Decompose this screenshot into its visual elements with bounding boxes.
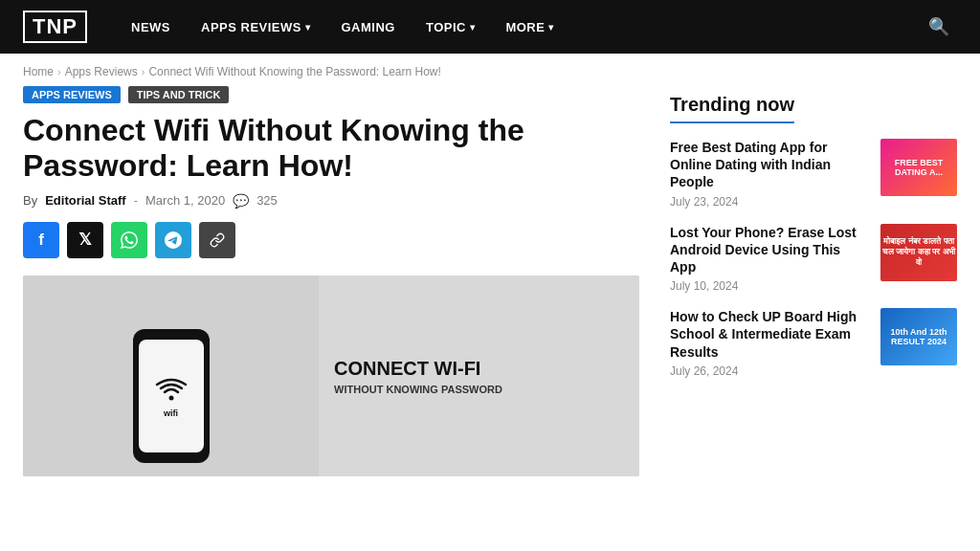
trending-item-thumbnail[interactable]: FREE BEST DATING A... bbox=[880, 139, 957, 196]
trending-item: Free Best Dating App for Online Dating w… bbox=[670, 139, 957, 209]
nav-news[interactable]: NEWS bbox=[118, 0, 184, 54]
trending-item-title[interactable]: Lost Your Phone? Erase Lost Android Devi… bbox=[670, 224, 869, 276]
share-whatsapp-button[interactable] bbox=[111, 222, 147, 258]
chevron-down-icon: ▾ bbox=[305, 22, 311, 33]
navbar: TNP NEWS APPS REVIEWS ▾ GAMING TOPIC ▾ M… bbox=[0, 0, 980, 54]
share-twitter-button[interactable]: 𝕏 bbox=[67, 222, 103, 258]
site-logo[interactable]: TNP bbox=[23, 11, 87, 43]
share-facebook-button[interactable]: f bbox=[23, 222, 59, 258]
nav-gaming[interactable]: GAMING bbox=[327, 0, 408, 54]
main-content: Apps Reviews Tips And Trick Connect Wifi… bbox=[23, 86, 639, 476]
meta-dash: - bbox=[134, 193, 138, 208]
by-label: By bbox=[23, 193, 37, 208]
chevron-down-icon: ▾ bbox=[548, 22, 554, 33]
page-body: Apps Reviews Tips And Trick Connect Wifi… bbox=[0, 86, 980, 476]
trending-item-title[interactable]: Free Best Dating App for Online Dating w… bbox=[670, 139, 869, 191]
trending-item-text: Free Best Dating App for Online Dating w… bbox=[670, 139, 869, 209]
breadcrumb-home[interactable]: Home bbox=[23, 65, 54, 78]
svg-point-0 bbox=[168, 396, 173, 401]
trending-title: Trending now bbox=[670, 94, 957, 127]
trending-item-thumbnail[interactable]: मोबाइल नंबर डालते पता चल जायेगा कहा पर अ… bbox=[880, 224, 957, 281]
trending-list: Free Best Dating App for Online Dating w… bbox=[670, 139, 957, 378]
breadcrumb: Home › Apps Reviews › Connect Wifi Witho… bbox=[0, 54, 980, 86]
trending-item-date: July 10, 2024 bbox=[670, 279, 869, 293]
tag-row: Apps Reviews Tips And Trick bbox=[23, 86, 639, 103]
publish-date: March 1, 2020 bbox=[145, 193, 225, 208]
trending-item: How to Check UP Board High School & Inte… bbox=[670, 308, 957, 378]
phone-illustration: wifi bbox=[133, 329, 210, 463]
comment-count: 325 bbox=[256, 193, 278, 208]
article-meta: By Editorial Staff - March 1, 2020 💬 325 bbox=[23, 193, 639, 209]
share-copy-link-button[interactable] bbox=[199, 222, 235, 258]
breadcrumb-separator: › bbox=[142, 66, 145, 77]
trending-item-text: Lost Your Phone? Erase Lost Android Devi… bbox=[670, 224, 869, 294]
nav-topic[interactable]: TOPIC ▾ bbox=[412, 0, 489, 54]
image-title: CONNECT WI-FI bbox=[334, 357, 480, 380]
trending-item-date: July 23, 2024 bbox=[670, 195, 869, 209]
image-right-panel: CONNECT WI-FI WITHOUT KNOWING PASSWORD bbox=[319, 276, 639, 476]
sidebar: Trending now Free Best Dating App for On… bbox=[670, 86, 957, 476]
chevron-down-icon: ▾ bbox=[470, 22, 476, 33]
image-subtitle: WITHOUT KNOWING PASSWORD bbox=[334, 384, 502, 395]
wifi-text-label: wifi bbox=[164, 408, 178, 418]
tag-tips[interactable]: Tips And Trick bbox=[128, 86, 230, 103]
trending-item-date: July 26, 2024 bbox=[670, 364, 869, 378]
trending-item-thumbnail[interactable]: 10th And 12th RESULT 2024 bbox=[880, 308, 957, 365]
trending-item-title[interactable]: How to Check UP Board High School & Inte… bbox=[670, 308, 869, 361]
author-name[interactable]: Editorial Staff bbox=[45, 193, 126, 208]
breadcrumb-separator: › bbox=[57, 66, 61, 77]
image-left-panel: wifi bbox=[23, 276, 319, 476]
trending-item-text: How to Check UP Board High School & Inte… bbox=[670, 308, 869, 378]
trending-item: Lost Your Phone? Erase Lost Android Devi… bbox=[670, 224, 957, 294]
comment-icon: 💬 bbox=[233, 193, 249, 209]
breadcrumb-current: Connect Wifi Without Knowing the Passwor… bbox=[148, 65, 440, 78]
nav-links: NEWS APPS REVIEWS ▾ GAMING TOPIC ▾ MORE … bbox=[118, 0, 913, 54]
share-telegram-button[interactable] bbox=[155, 222, 191, 258]
phone-screen: wifi bbox=[139, 340, 204, 452]
article-title: Connect Wifi Without Knowing the Passwor… bbox=[23, 113, 639, 184]
breadcrumb-apps-reviews[interactable]: Apps Reviews bbox=[65, 65, 138, 78]
article-featured-image: wifi CONNECT WI-FI WITHOUT KNOWING PASSW… bbox=[23, 276, 639, 476]
nav-more[interactable]: MORE ▾ bbox=[492, 0, 568, 54]
search-icon[interactable]: 🔍 bbox=[921, 16, 957, 37]
nav-apps-reviews[interactable]: APPS REVIEWS ▾ bbox=[188, 0, 323, 54]
tag-apps-reviews[interactable]: Apps Reviews bbox=[23, 86, 121, 103]
social-share-row: f 𝕏 bbox=[23, 222, 639, 258]
